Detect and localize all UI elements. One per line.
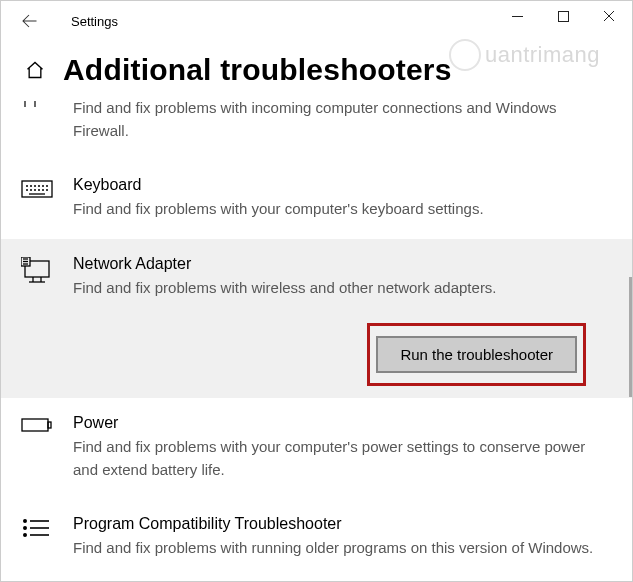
- troubleshooter-list: Find and fix problems with incoming comp…: [1, 95, 632, 560]
- content-area: Additional troubleshooters Find and fix …: [1, 41, 632, 560]
- app-title: Settings: [71, 14, 118, 29]
- item-title: Program Compatibility Troubleshooter: [73, 515, 612, 533]
- minimize-button[interactable]: [494, 1, 540, 31]
- svg-rect-1: [558, 11, 568, 21]
- troubleshooter-item-power[interactable]: Power Find and fix problems with your co…: [1, 398, 632, 499]
- svg-point-34: [24, 534, 26, 536]
- window-controls: [494, 1, 632, 31]
- incoming-connections-icon: [21, 97, 73, 121]
- item-desc: Find and fix problems with your computer…: [73, 436, 612, 481]
- back-button[interactable]: [11, 3, 47, 39]
- titlebar: Settings: [1, 1, 632, 41]
- keyboard-icon: [21, 176, 73, 200]
- item-desc: Find and fix problems with wireless and …: [73, 277, 612, 300]
- troubleshooter-item-keyboard[interactable]: Keyboard Find and fix problems with your…: [1, 160, 632, 239]
- heading-row: Additional troubleshooters: [1, 45, 632, 93]
- network-adapter-icon: [21, 255, 73, 287]
- close-button[interactable]: [586, 1, 632, 31]
- item-desc: Find and fix problems with your computer…: [73, 198, 612, 221]
- troubleshooter-item-network-adapter[interactable]: Network Adapter Find and fix problems wi…: [1, 239, 632, 399]
- item-title: Power: [73, 414, 612, 432]
- item-title: Network Adapter: [73, 255, 612, 273]
- program-compat-icon: [21, 515, 73, 539]
- item-desc: Find and fix problems with incoming comp…: [73, 97, 612, 142]
- item-desc: Find and fix problems with running older…: [73, 537, 612, 560]
- svg-rect-29: [48, 422, 51, 428]
- item-title: Keyboard: [73, 176, 612, 194]
- power-icon: [21, 414, 73, 434]
- page-title: Additional troubleshooters: [63, 53, 452, 87]
- svg-point-32: [24, 527, 26, 529]
- run-button-wrap: Run the troubleshooter: [73, 299, 612, 386]
- scrollbar[interactable]: [629, 277, 632, 397]
- run-troubleshooter-button[interactable]: Run the troubleshooter: [376, 336, 577, 373]
- home-icon[interactable]: [23, 60, 47, 80]
- troubleshooter-item-incoming-connections[interactable]: Find and fix problems with incoming comp…: [1, 95, 632, 160]
- run-button-highlight: Run the troubleshooter: [367, 323, 586, 386]
- maximize-button[interactable]: [540, 1, 586, 31]
- svg-point-30: [24, 520, 26, 522]
- svg-rect-28: [22, 419, 48, 431]
- troubleshooter-item-program-compat[interactable]: Program Compatibility Troubleshooter Fin…: [1, 499, 632, 560]
